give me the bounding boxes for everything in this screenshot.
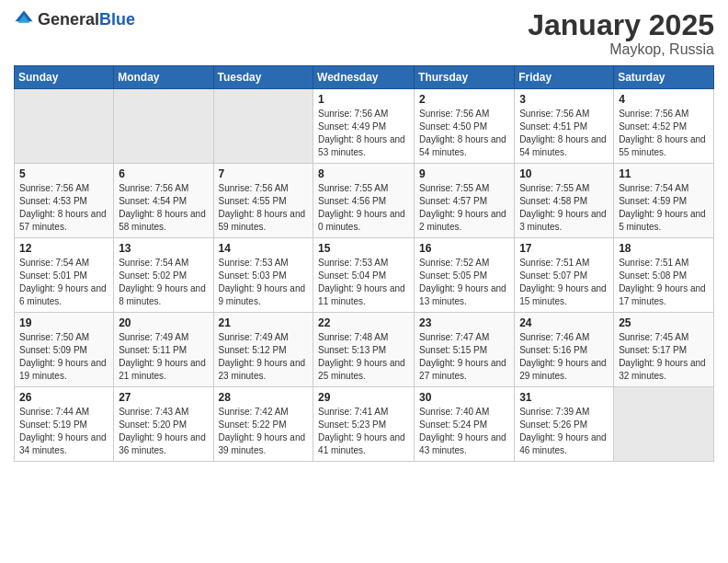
day-info: Sunrise: 7:51 AM Sunset: 5:08 PM Dayligh… xyxy=(619,257,709,308)
day-info: Sunrise: 7:47 AM Sunset: 5:15 PM Dayligh… xyxy=(419,331,509,383)
day-number: 7 xyxy=(219,167,309,180)
sunrise-label: Sunrise: 7:54 AM xyxy=(119,258,188,268)
day-number: 1 xyxy=(318,93,409,106)
day-info: Sunrise: 7:56 AM Sunset: 4:55 PM Dayligh… xyxy=(219,182,309,234)
calendar-cell: 25 Sunrise: 7:45 AM Sunset: 5:17 PM Dayl… xyxy=(614,313,714,387)
sunset-label: Sunset: 5:05 PM xyxy=(419,270,487,281)
sunset-label: Sunset: 5:12 PM xyxy=(219,345,287,355)
sunset-label: Sunset: 4:50 PM xyxy=(419,121,487,132)
month-title: January 2025 xyxy=(528,9,714,41)
calendar-cell: 24 Sunrise: 7:46 AM Sunset: 5:16 PM Dayl… xyxy=(515,313,614,387)
day-info: Sunrise: 7:54 AM Sunset: 5:02 PM Dayligh… xyxy=(119,257,208,308)
day-info: Sunrise: 7:56 AM Sunset: 4:53 PM Dayligh… xyxy=(19,182,108,234)
day-number: 16 xyxy=(419,242,509,255)
sunrise-label: Sunrise: 7:49 AM xyxy=(119,332,188,342)
day-info: Sunrise: 7:53 AM Sunset: 5:04 PM Dayligh… xyxy=(318,257,409,308)
day-info: Sunrise: 7:43 AM Sunset: 5:20 PM Dayligh… xyxy=(119,406,208,457)
daylight-label: Daylight: 9 hours and 34 minutes. xyxy=(19,432,107,455)
sunrise-label: Sunrise: 7:45 AM xyxy=(619,332,688,342)
day-info: Sunrise: 7:42 AM Sunset: 5:22 PM Dayligh… xyxy=(219,406,309,457)
sunrise-label: Sunrise: 7:43 AM xyxy=(119,407,188,417)
location-title: Maykop, Russia xyxy=(528,41,714,58)
day-number: 20 xyxy=(119,316,208,329)
sunrise-label: Sunrise: 7:41 AM xyxy=(318,407,388,417)
day-info: Sunrise: 7:49 AM Sunset: 5:12 PM Dayligh… xyxy=(219,331,309,383)
daylight-label: Daylight: 9 hours and 41 minutes. xyxy=(318,432,405,455)
sunrise-label: Sunrise: 7:39 AM xyxy=(519,407,589,417)
sunset-label: Sunset: 4:53 PM xyxy=(19,196,87,206)
sunset-label: Sunset: 5:19 PM xyxy=(19,419,87,430)
daylight-label: Daylight: 8 hours and 54 minutes. xyxy=(419,134,506,157)
sunrise-label: Sunrise: 7:44 AM xyxy=(19,407,89,417)
sunset-label: Sunset: 5:04 PM xyxy=(318,270,386,281)
day-number: 10 xyxy=(519,167,609,180)
day-info: Sunrise: 7:56 AM Sunset: 4:49 PM Dayligh… xyxy=(318,108,409,159)
sunrise-label: Sunrise: 7:56 AM xyxy=(219,183,289,193)
day-number: 17 xyxy=(519,242,609,255)
calendar-cell: 8 Sunrise: 7:55 AM Sunset: 4:56 PM Dayli… xyxy=(313,164,415,238)
day-number: 6 xyxy=(119,167,208,180)
calendar-cell: 21 Sunrise: 7:49 AM Sunset: 5:12 PM Dayl… xyxy=(213,313,313,387)
day-info: Sunrise: 7:56 AM Sunset: 4:51 PM Dayligh… xyxy=(519,108,609,159)
day-info: Sunrise: 7:49 AM Sunset: 5:11 PM Dayligh… xyxy=(119,331,208,383)
sunset-label: Sunset: 5:20 PM xyxy=(119,419,187,430)
sunrise-label: Sunrise: 7:48 AM xyxy=(318,332,388,342)
sunrise-label: Sunrise: 7:53 AM xyxy=(219,258,289,268)
calendar-cell: 6 Sunrise: 7:56 AM Sunset: 4:54 PM Dayli… xyxy=(114,164,213,238)
day-info: Sunrise: 7:55 AM Sunset: 4:57 PM Dayligh… xyxy=(419,182,509,234)
col-thursday: Thursday xyxy=(415,66,515,89)
sunset-label: Sunset: 5:08 PM xyxy=(619,270,687,281)
col-wednesday: Wednesday xyxy=(313,66,415,89)
daylight-label: Daylight: 9 hours and 15 minutes. xyxy=(519,283,607,306)
day-number: 3 xyxy=(519,93,609,106)
sunrise-label: Sunrise: 7:54 AM xyxy=(619,183,688,193)
col-saturday: Saturday xyxy=(614,66,714,89)
sunset-label: Sunset: 4:49 PM xyxy=(318,121,386,132)
header: GeneralBlue January 2025 Maykop, Russia xyxy=(14,9,714,58)
calendar: Sunday Monday Tuesday Wednesday Thursday… xyxy=(14,65,714,462)
day-number: 21 xyxy=(219,316,309,329)
day-info: Sunrise: 7:40 AM Sunset: 5:24 PM Dayligh… xyxy=(419,406,509,457)
daylight-label: Daylight: 9 hours and 3 minutes. xyxy=(519,209,607,232)
daylight-label: Daylight: 9 hours and 43 minutes. xyxy=(419,432,506,455)
logo-general: General xyxy=(38,10,99,29)
daylight-label: Daylight: 9 hours and 6 minutes. xyxy=(19,283,107,306)
col-tuesday: Tuesday xyxy=(213,66,313,89)
calendar-cell: 30 Sunrise: 7:40 AM Sunset: 5:24 PM Dayl… xyxy=(415,387,515,462)
day-info: Sunrise: 7:46 AM Sunset: 5:16 PM Dayligh… xyxy=(519,331,609,383)
calendar-cell: 29 Sunrise: 7:41 AM Sunset: 5:23 PM Dayl… xyxy=(313,387,415,462)
day-info: Sunrise: 7:50 AM Sunset: 5:09 PM Dayligh… xyxy=(19,331,108,383)
sunrise-label: Sunrise: 7:49 AM xyxy=(219,332,289,342)
day-number: 11 xyxy=(619,167,709,180)
daylight-label: Daylight: 9 hours and 25 minutes. xyxy=(318,358,405,381)
daylight-label: Daylight: 8 hours and 55 minutes. xyxy=(619,134,706,157)
logo-blue: Blue xyxy=(99,10,135,29)
calendar-row: 19 Sunrise: 7:50 AM Sunset: 5:09 PM Dayl… xyxy=(15,313,714,387)
sunset-label: Sunset: 5:01 PM xyxy=(19,270,87,281)
calendar-cell: 7 Sunrise: 7:56 AM Sunset: 4:55 PM Dayli… xyxy=(213,164,313,238)
day-info: Sunrise: 7:44 AM Sunset: 5:19 PM Dayligh… xyxy=(19,406,108,457)
sunrise-label: Sunrise: 7:56 AM xyxy=(519,109,589,119)
daylight-label: Daylight: 9 hours and 21 minutes. xyxy=(119,358,206,381)
sunset-label: Sunset: 4:54 PM xyxy=(119,196,187,206)
title-block: January 2025 Maykop, Russia xyxy=(528,9,714,58)
sunrise-label: Sunrise: 7:55 AM xyxy=(519,183,589,193)
calendar-cell: 26 Sunrise: 7:44 AM Sunset: 5:19 PM Dayl… xyxy=(15,387,114,462)
day-number: 26 xyxy=(19,391,108,404)
day-number: 25 xyxy=(619,316,709,329)
sunrise-label: Sunrise: 7:40 AM xyxy=(419,407,489,417)
sunrise-label: Sunrise: 7:50 AM xyxy=(19,332,89,342)
day-info: Sunrise: 7:56 AM Sunset: 4:52 PM Dayligh… xyxy=(619,108,709,159)
daylight-label: Daylight: 9 hours and 46 minutes. xyxy=(519,432,607,455)
sunrise-label: Sunrise: 7:54 AM xyxy=(19,258,89,268)
day-number: 27 xyxy=(119,391,208,404)
header-row: Sunday Monday Tuesday Wednesday Thursday… xyxy=(15,66,714,89)
daylight-label: Daylight: 9 hours and 9 minutes. xyxy=(219,283,306,306)
day-info: Sunrise: 7:52 AM Sunset: 5:05 PM Dayligh… xyxy=(419,257,509,308)
calendar-row: 26 Sunrise: 7:44 AM Sunset: 5:19 PM Dayl… xyxy=(15,387,714,462)
calendar-row: 12 Sunrise: 7:54 AM Sunset: 5:01 PM Dayl… xyxy=(15,238,714,313)
page: GeneralBlue January 2025 Maykop, Russia … xyxy=(0,0,728,471)
daylight-label: Daylight: 9 hours and 11 minutes. xyxy=(318,283,405,306)
calendar-cell: 1 Sunrise: 7:56 AM Sunset: 4:49 PM Dayli… xyxy=(313,89,415,164)
calendar-cell: 28 Sunrise: 7:42 AM Sunset: 5:22 PM Dayl… xyxy=(213,387,313,462)
